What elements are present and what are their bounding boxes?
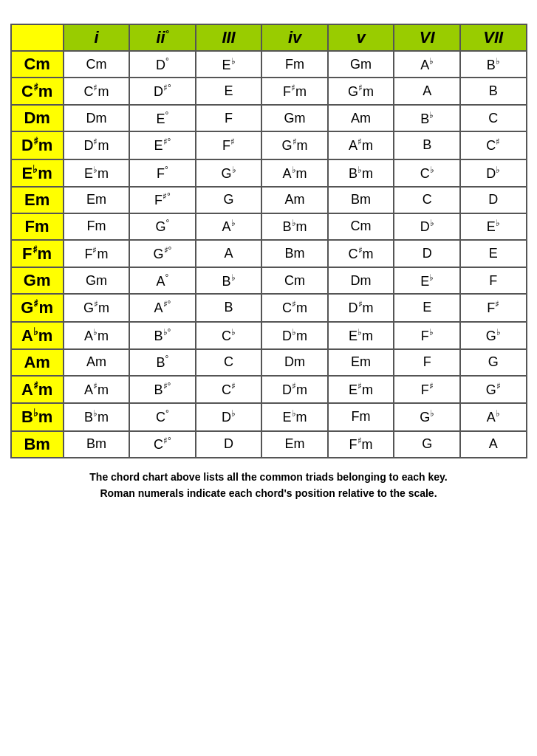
chord-cell: G <box>196 187 262 213</box>
chord-cell: B♭ <box>394 105 460 131</box>
chord-cell: E♭ <box>196 51 262 78</box>
chord-cell: C♯° <box>129 431 196 458</box>
chord-cell: E♯m <box>328 376 394 403</box>
col-header-i: i <box>64 24 130 51</box>
chord-cell: E♭m <box>261 403 328 430</box>
chord-cell: Bm <box>328 187 394 213</box>
table-row: A♯mA♯mB♯°C♯D♯mE♯mF♯G♯ <box>11 376 527 403</box>
chord-cell: B <box>196 294 262 321</box>
chord-cell: G♭ <box>394 403 460 430</box>
chord-cell: B♭ <box>196 267 262 294</box>
table-row: GmGmA°B♭CmDmE♭F <box>11 267 527 294</box>
key-cell: Cm <box>11 51 64 78</box>
col-header-v: v <box>328 24 394 51</box>
chord-cell: F♯ <box>196 131 262 159</box>
footer-text: The chord chart above lists all the comm… <box>89 469 447 502</box>
key-cell: D♯m <box>11 131 64 159</box>
chord-cell: F° <box>129 159 196 187</box>
chord-cell: Dm <box>261 349 328 376</box>
chord-cell: B♭° <box>129 322 196 349</box>
chord-cell: A♯m <box>64 376 130 403</box>
chord-cell: Cm <box>328 213 394 240</box>
chord-cell: Em <box>328 349 394 376</box>
chord-cell: G♭ <box>196 159 262 187</box>
chord-cell: A♭m <box>261 159 328 187</box>
chord-cell: D♭ <box>196 403 262 430</box>
key-cell: Em <box>11 187 64 213</box>
chord-cell: F♯m <box>64 240 130 267</box>
chord-cell: G <box>460 349 527 376</box>
chord-table: i ii° III iv v VI VII CmCmD°E♭FmGmA♭B♭C♯… <box>10 24 527 458</box>
chord-cell: F♯° <box>129 187 196 213</box>
chord-cell: Dm <box>64 105 130 131</box>
chord-cell: G° <box>129 213 196 240</box>
col-header-iv: iv <box>261 24 328 51</box>
chord-cell: Cm <box>64 51 130 78</box>
table-row: DmDmE°FGmAmB♭C <box>11 105 527 131</box>
chord-cell: E♭ <box>460 213 527 240</box>
chord-cell: D♯° <box>129 78 196 105</box>
chord-cell: D♭m <box>261 322 328 349</box>
chord-cell: A♭ <box>196 213 262 240</box>
chord-cell: C° <box>129 403 196 430</box>
col-header-minor-keys <box>11 24 64 51</box>
col-header-iii: III <box>196 24 262 51</box>
chord-cell: G♯ <box>460 376 527 403</box>
chord-cell: D♯m <box>261 376 328 403</box>
table-row: D♯mD♯mE♯°F♯G♯mA♯mBC♯ <box>11 131 527 159</box>
table-row: B♭mB♭mC°D♭E♭mFmG♭A♭ <box>11 403 527 430</box>
chord-cell: F <box>196 105 262 131</box>
chord-cell: C♯m <box>261 294 328 321</box>
chord-cell: A <box>460 431 527 458</box>
chord-cell: D♯m <box>328 294 394 321</box>
chord-cell: F <box>460 267 527 294</box>
chord-cell: Em <box>261 431 328 458</box>
chord-cell: B <box>394 131 460 159</box>
chord-cell: Am <box>261 187 328 213</box>
key-cell: A♭m <box>11 322 64 349</box>
key-cell: F♯m <box>11 240 64 267</box>
key-cell: Fm <box>11 213 64 240</box>
chord-cell: C <box>394 187 460 213</box>
chord-cell: B♭ <box>460 51 527 78</box>
table-row: FmFmG°A♭B♭mCmD♭E♭ <box>11 213 527 240</box>
chord-cell: E♭m <box>64 159 130 187</box>
col-header-vi: VI <box>394 24 460 51</box>
key-cell: E♭m <box>11 159 64 187</box>
table-row: A♭mA♭mB♭°C♭D♭mE♭mF♭G♭ <box>11 322 527 349</box>
chord-cell: A♭m <box>64 322 130 349</box>
chord-cell: C♯ <box>460 131 527 159</box>
chord-cell: C <box>460 105 527 131</box>
chord-cell: B♭m <box>328 159 394 187</box>
chord-cell: F♯ <box>460 294 527 321</box>
chord-cell: C♭ <box>394 159 460 187</box>
chord-cell: B° <box>129 349 196 376</box>
key-cell: G♯m <box>11 294 64 321</box>
table-row: CmCmD°E♭FmGmA♭B♭ <box>11 51 527 78</box>
chord-cell: D♭ <box>394 213 460 240</box>
chord-cell: F♯m <box>328 431 394 458</box>
chord-cell: E <box>460 240 527 267</box>
chord-cell: C♭ <box>196 322 262 349</box>
key-cell: Gm <box>11 267 64 294</box>
chord-cell: C♯m <box>328 240 394 267</box>
key-cell: Am <box>11 349 64 376</box>
chord-cell: G♭ <box>460 322 527 349</box>
chord-cell: F♯ <box>394 376 460 403</box>
key-cell: Bm <box>11 431 64 458</box>
col-header-vii: VII <box>460 24 527 51</box>
key-cell: C♯m <box>11 78 64 105</box>
chord-cell: E♯° <box>129 131 196 159</box>
chord-cell: E♭m <box>328 322 394 349</box>
chord-cell: E♭ <box>394 267 460 294</box>
chord-cell: F♯m <box>261 78 328 105</box>
chord-cell: E° <box>129 105 196 131</box>
table-row: C♯mC♯mD♯°EF♯mG♯mAB <box>11 78 527 105</box>
chord-cell: Bm <box>64 431 130 458</box>
table-row: E♭mE♭mF°G♭A♭mB♭mC♭D♭ <box>11 159 527 187</box>
chord-cell: Gm <box>64 267 130 294</box>
chord-cell: Bm <box>261 240 328 267</box>
table-row: F♯mF♯mG♯°ABmC♯mDE <box>11 240 527 267</box>
chord-cell: E <box>196 78 262 105</box>
table-row: G♯mG♯mA♯°BC♯mD♯mEF♯ <box>11 294 527 321</box>
